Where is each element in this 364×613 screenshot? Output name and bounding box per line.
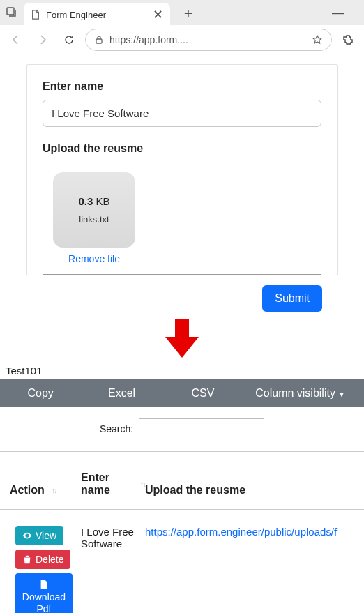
window-minimize-button[interactable]: — (332, 6, 344, 20)
delete-button[interactable]: Delete (15, 550, 70, 569)
download-pdf-button[interactable]: Download Pdf (15, 573, 73, 613)
address-bar: https://app.form.... (0, 25, 364, 54)
table-header-row: Action↑↓ Enter name↑↓ Upload the reusme (0, 451, 364, 509)
url-input[interactable]: https://app.form.... (85, 29, 332, 51)
browser-window: Form Engineer ✕ ＋ — https://app.form.... (0, 0, 364, 54)
chevron-down-icon: ▼ (338, 391, 345, 398)
file-name: links.txt (79, 214, 109, 225)
excel-button[interactable]: Excel (81, 387, 162, 400)
new-tab-button[interactable]: ＋ (177, 3, 199, 22)
row-actions: View Delete Download Pdf Edit (10, 526, 81, 613)
submit-button[interactable]: Submit (262, 285, 322, 312)
back-button[interactable] (6, 29, 26, 50)
svg-rect-1 (96, 39, 102, 43)
url-text: https://app.form.... (109, 34, 306, 45)
remove-file-link[interactable]: Remove file (68, 253, 120, 264)
upload-dropzone[interactable]: 0.3 KB links.txt Remove file (43, 162, 321, 275)
sort-icon: ↑↓ (52, 486, 56, 494)
arrow-down-icon (160, 316, 204, 361)
column-visibility-button[interactable]: Column visibility▼ (243, 387, 364, 400)
browser-tab[interactable]: Form Engineer ✕ (24, 3, 170, 27)
tab-bar: Form Engineer ✕ ＋ — (0, 0, 364, 25)
extensions-button[interactable] (338, 29, 358, 50)
page-icon (31, 10, 40, 20)
view-button[interactable]: View (15, 526, 63, 545)
search-input[interactable] (139, 418, 264, 439)
name-input[interactable] (43, 100, 321, 127)
copy-button[interactable]: Copy (0, 387, 81, 400)
trash-icon (22, 554, 32, 564)
table-toolbar: Copy Excel CSV Column visibility▼ (0, 379, 364, 407)
refresh-button[interactable] (59, 29, 79, 50)
favorite-icon[interactable] (312, 34, 323, 45)
form-card: Enter name Upload the reusme 0.3 KB link… (26, 64, 338, 275)
arrow-annotation (0, 316, 364, 361)
svg-rect-0 (7, 8, 14, 15)
table-title: Test101 (0, 365, 364, 379)
col-header-upload[interactable]: Upload the reusme (145, 484, 364, 497)
search-label: Search: (100, 423, 133, 434)
close-icon[interactable]: ✕ (153, 8, 163, 21)
table-search: Search: (0, 407, 364, 451)
col-header-action[interactable]: Action↑↓ (0, 484, 81, 497)
tab-title: Form Engineer (46, 10, 147, 20)
upload-label: Upload the reusme (43, 142, 321, 155)
name-label: Enter name (43, 80, 321, 93)
csv-button[interactable]: CSV (162, 387, 243, 400)
file-size: 0.3 KB (78, 195, 109, 207)
forward-button[interactable] (32, 29, 53, 50)
cell-name: I Love Free Software (81, 526, 145, 550)
eye-icon (22, 531, 32, 540)
file-preview: 0.3 KB links.txt Remove file (53, 172, 135, 264)
lock-icon (94, 35, 104, 45)
results-section: Test101 Copy Excel CSV Column visibility… (0, 365, 364, 613)
tabs-icon[interactable] (6, 6, 17, 20)
col-header-name[interactable]: Enter name↑↓ (81, 471, 145, 497)
cell-upload-link[interactable]: https://app.form.engineer/public/uploads… (145, 526, 364, 538)
table-row: View Delete Download Pdf Edit I Love Fre… (0, 509, 364, 613)
sort-icon: ↑↓ (140, 480, 145, 488)
file-tile: 0.3 KB links.txt (53, 172, 135, 248)
form-area: Enter name Upload the reusme 0.3 KB link… (0, 54, 364, 319)
file-icon (39, 579, 49, 590)
